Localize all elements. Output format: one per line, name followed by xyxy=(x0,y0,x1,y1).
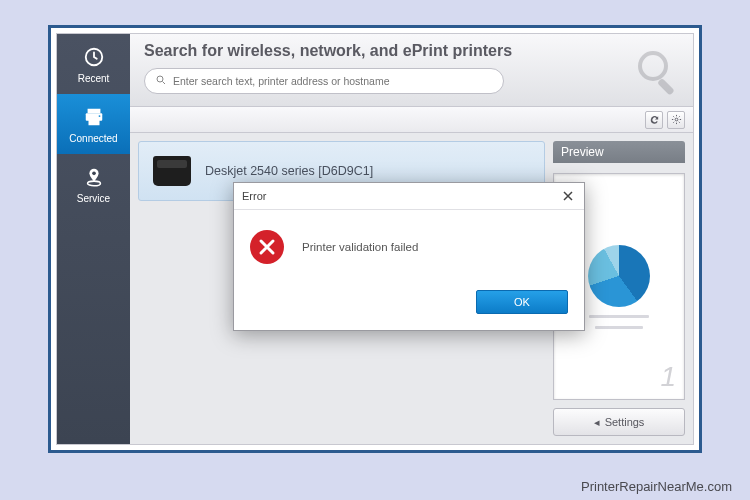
pie-chart-icon xyxy=(588,245,650,307)
svg-line-8 xyxy=(163,82,166,85)
header: Search for wireless, network, and ePrint… xyxy=(130,34,693,107)
svg-point-7 xyxy=(157,76,163,82)
search-icon xyxy=(155,72,167,90)
dialog-title: Error xyxy=(242,190,266,202)
refresh-button[interactable] xyxy=(645,111,663,129)
settings-label: Settings xyxy=(605,416,645,428)
svg-rect-3 xyxy=(88,118,99,124)
sidebar-label: Connected xyxy=(69,133,117,144)
sidebar-label: Service xyxy=(77,193,110,204)
ok-button[interactable]: OK xyxy=(476,290,568,314)
sidebar-item-recent[interactable]: Recent xyxy=(57,34,130,94)
close-button[interactable] xyxy=(560,188,576,204)
dialog-titlebar: Error xyxy=(234,183,584,210)
error-dialog: Error Printer validation failed OK xyxy=(233,182,585,331)
search-box[interactable] xyxy=(144,68,504,94)
sidebar-item-connected[interactable]: Connected xyxy=(57,94,130,154)
sidebar-item-service[interactable]: Service xyxy=(57,154,130,214)
text-line-decoration xyxy=(589,315,649,318)
clock-icon xyxy=(82,45,106,69)
close-icon xyxy=(563,191,573,201)
chevron-left-icon: ◂ xyxy=(594,416,600,429)
gear-button[interactable] xyxy=(667,111,685,129)
sidebar: Recent Connected Service xyxy=(57,34,130,444)
preview-title: Preview xyxy=(553,141,685,163)
dialog-message: Printer validation failed xyxy=(302,241,418,253)
search-input[interactable] xyxy=(173,75,493,87)
error-icon xyxy=(250,230,284,264)
dialog-body: Printer validation failed xyxy=(234,210,584,282)
printer-thumb-icon xyxy=(153,156,191,186)
svg-rect-10 xyxy=(657,78,675,96)
svg-point-5 xyxy=(87,181,100,186)
svg-point-9 xyxy=(640,53,666,79)
svg-point-4 xyxy=(98,115,100,117)
sidebar-label: Recent xyxy=(78,73,110,84)
page-number: 1 xyxy=(660,361,676,393)
settings-button[interactable]: ◂ Settings xyxy=(553,408,685,436)
watermark: PrinterRepairNearMe.com xyxy=(581,479,732,494)
magnifier-decoration-icon xyxy=(635,48,683,96)
location-icon xyxy=(82,165,106,189)
dialog-footer: OK xyxy=(234,282,584,330)
svg-point-11 xyxy=(675,118,678,121)
svg-point-6 xyxy=(92,171,96,175)
toolbar xyxy=(130,107,693,133)
printer-name: Deskjet 2540 series [D6D9C1] xyxy=(205,164,373,178)
text-line-decoration xyxy=(595,326,643,329)
svg-rect-1 xyxy=(87,108,100,113)
page-title: Search for wireless, network, and ePrint… xyxy=(144,42,679,60)
printer-icon xyxy=(82,105,106,129)
